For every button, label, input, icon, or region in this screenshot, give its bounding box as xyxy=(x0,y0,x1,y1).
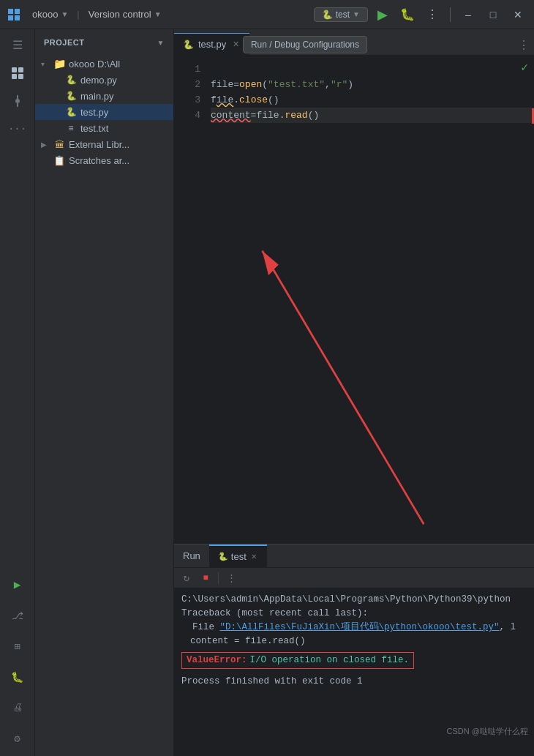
token-parens2: () xyxy=(268,92,279,108)
token-file3: file xyxy=(256,108,279,123)
tree-label-external: External Libr... xyxy=(69,139,129,150)
rail-icon-hamburger[interactable]: ☰ xyxy=(4,32,31,59)
bottom-tabs: Run 🐍 test ✕ xyxy=(174,544,534,568)
rail-icon-more[interactable]: ··· xyxy=(4,116,31,142)
tab-more-button[interactable]: ⋮ xyxy=(514,34,534,55)
main-layout: ☰ ··· ▶ ⎇ ⊞ 🐛 🖨 ⚙ Project ▼ ▾ 📁 okooo D:… xyxy=(0,29,534,756)
tree-label-okooo: okooo D:\All xyxy=(69,59,120,70)
toolbar-stop-btn[interactable]: ■ xyxy=(198,570,214,586)
term-line-file: File "D:\AllFiles\FuJiaXin\项目代码\python\o… xyxy=(181,621,527,635)
rail-icon-settings[interactable]: ⚙ xyxy=(4,725,31,752)
token-open: open xyxy=(239,77,262,92)
run-button[interactable]: ▶ xyxy=(372,4,393,25)
token-parens3: () xyxy=(308,108,320,123)
bottom-panel: Run 🐍 test ✕ ↻ ■ ⋮ C:\Users\admin\AppDat… xyxy=(174,544,534,756)
term-file-link[interactable]: "D:\AllFiles\FuJiaXin\项目代码\python\okooo\… xyxy=(220,622,500,632)
tree-item-external[interactable]: ▶ 🏛 External Libr... xyxy=(35,136,173,152)
tab-close-button[interactable]: ✕ xyxy=(230,40,241,50)
bottom-tab-test-label: test xyxy=(231,551,247,562)
line-num-1: 1 xyxy=(174,61,200,77)
svg-rect-7 xyxy=(18,74,23,79)
term-line-code: content = file.read() xyxy=(181,635,527,648)
token-paren1: ( xyxy=(262,77,268,92)
code-line-3: file . close () xyxy=(211,92,534,108)
token-content: content xyxy=(211,108,251,123)
vc-dropdown-icon: ▼ xyxy=(154,10,162,18)
toolbar-rerun-btn[interactable]: ↻ xyxy=(178,570,195,586)
term-error-box: ValueError: I/O operation on closed file… xyxy=(181,652,414,669)
svg-rect-3 xyxy=(15,15,20,20)
tree-item-demo[interactable]: 🐍 demo.py xyxy=(35,72,173,88)
app-logo xyxy=(6,7,22,23)
tree-arrow-okooo: ▾ xyxy=(41,60,51,68)
rail-icon-terminal[interactable]: ⊞ xyxy=(4,633,31,659)
py-icon-test: 🐍 xyxy=(64,105,78,119)
minimize-button[interactable]: – xyxy=(458,4,478,25)
rail-icon-run[interactable]: ▶ xyxy=(4,572,31,598)
rail-icon-project[interactable] xyxy=(4,60,31,86)
maximize-button[interactable]: □ xyxy=(483,4,503,25)
folder-icon-external: 🏛 xyxy=(53,138,66,151)
divider xyxy=(450,7,451,22)
svg-rect-5 xyxy=(18,67,23,72)
code-area[interactable]: 1 2 3 4 file = open ( xyxy=(174,56,534,756)
bottom-tab-run[interactable]: Run xyxy=(174,544,209,568)
term-line-traceback: Traceback (most recent call last): xyxy=(181,607,527,621)
debug-button[interactable]: 🐛 xyxy=(397,4,418,25)
version-control-menu[interactable]: Version control ▼ xyxy=(83,7,168,21)
project-menu[interactable]: okooo ▼ xyxy=(26,7,74,21)
term-line-error: ValueError: I/O operation on closed file… xyxy=(181,651,527,670)
bottom-toolbar: ↻ ■ ⋮ xyxy=(174,568,534,588)
tree-item-test-py[interactable]: 🐍 test.py xyxy=(35,104,173,120)
folder-icon-okooo: 📁 xyxy=(53,57,66,70)
more-menu-button[interactable]: ⋮ xyxy=(422,4,443,25)
run-config-button[interactable]: 🐍 test ▼ Run / Debug Configurations xyxy=(314,7,368,22)
token-dot2: . xyxy=(279,108,285,123)
tree-item-okooo[interactable]: ▾ 📁 okooo D:\All xyxy=(35,56,173,72)
run-config-dropdown-icon: ▼ xyxy=(353,10,360,18)
rail-icon-commits[interactable] xyxy=(4,88,31,114)
token-file: file xyxy=(211,77,233,92)
token-eq: = xyxy=(233,77,239,92)
editor-tab-test-py[interactable]: 🐍 test.py ✕ xyxy=(174,33,249,55)
run-config-py-icon: 🐍 xyxy=(322,10,333,20)
tree-item-main[interactable]: 🐍 main.py xyxy=(35,88,173,104)
rail-icon-debug[interactable]: 🐛 xyxy=(4,664,31,690)
tree-arrow-external: ▶ xyxy=(41,141,51,149)
bottom-tab-close-icon[interactable]: ✕ xyxy=(249,553,258,561)
token-dot1: . xyxy=(233,92,239,108)
token-str-r: "r" xyxy=(331,77,347,92)
close-button[interactable]: ✕ xyxy=(508,4,528,25)
token-close: close xyxy=(239,92,268,108)
line-num-4: 4 xyxy=(174,108,200,123)
tree-item-test-txt[interactable]: ≡ test.txt xyxy=(35,120,173,136)
watermark: CSDN @哒哒学什么程 xyxy=(447,726,528,737)
toolbar-separator xyxy=(218,572,219,584)
svg-rect-1 xyxy=(15,9,20,14)
tab-label: test.py xyxy=(198,39,226,50)
scratch-icon: 📋 xyxy=(53,154,66,167)
code-line-1 xyxy=(211,61,534,77)
content-area: 🐍 test.py ✕ ⋮ 1 2 3 4 xyxy=(174,29,534,756)
toolbar-more-btn[interactable]: ⋮ xyxy=(223,570,239,586)
run-debug-tooltip: Run / Debug Configurations xyxy=(243,36,367,53)
rail-icon-print[interactable]: 🖨 xyxy=(4,695,31,721)
term-line-path: C:\Users\admin\AppData\Local\Programs\Py… xyxy=(181,593,527,607)
bottom-tab-test[interactable]: 🐍 test ✕ xyxy=(209,544,267,568)
code-line-4: content = file . read () xyxy=(211,108,534,123)
checkmark-icon: ✓ xyxy=(521,60,528,75)
rail-icon-git[interactable]: ⎇ xyxy=(4,602,31,629)
svg-rect-0 xyxy=(8,9,13,14)
svg-rect-4 xyxy=(12,67,17,72)
more-menu-icon: ⋮ xyxy=(426,7,438,21)
token-ile: ile xyxy=(217,92,233,108)
line-num-3: 3 xyxy=(174,92,200,108)
code-content[interactable]: file = open ( "test.txt" , "r" ) file . … xyxy=(205,56,534,544)
svg-point-8 xyxy=(15,99,20,103)
tree-label-test-py: test.py xyxy=(80,107,108,118)
svg-rect-2 xyxy=(8,15,13,20)
bottom-tab-run-label: Run xyxy=(183,550,200,561)
term-error-label: ValueError: xyxy=(187,654,247,667)
tree-item-scratches[interactable]: 📋 Scratches ar... xyxy=(35,152,173,168)
sidebar-dropdown-icon[interactable]: ▼ xyxy=(157,39,165,47)
